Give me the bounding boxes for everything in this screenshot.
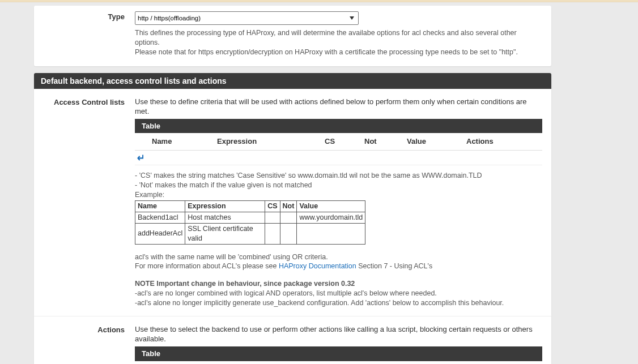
type-help-line1: This defines the processing type of HAPr… (135, 28, 542, 48)
acl-not-note: - 'Not' makes the match if the value giv… (135, 181, 542, 190)
acl-change-note-l2: -acl's alone no longer implicitly genera… (135, 298, 542, 308)
acl-col-name: Name (152, 136, 217, 147)
acl-table-col-headers: Name Expression CS Not Value Actions (135, 133, 542, 151)
acl-change-note-l1: -acl's are no longer combined with logic… (135, 289, 542, 298)
acl-change-note-heading: NOTE Important change in behaviour, sinc… (135, 279, 542, 289)
acl-combine-note: acl's with the same name will be 'combin… (135, 252, 542, 262)
acl-col-cs: CS (325, 136, 364, 147)
acl-label: Access Control lists (34, 97, 135, 308)
actions-intro: Use these to select the backend to use o… (135, 324, 542, 344)
acl-moreinfo: For more information about ACL's please … (135, 262, 542, 271)
section-header-default-backend: Default backend, access control lists an… (34, 73, 551, 89)
type-help-line2: Please note that for https encryption/de… (135, 48, 542, 57)
acl-example-table: Name Expression CS Not Value Backend1acl… (135, 200, 365, 245)
actions-table-title: Table (135, 346, 542, 361)
type-select[interactable]: http / https(offloading) (135, 11, 359, 25)
acl-col-expr: Expression (217, 136, 325, 147)
acl-col-value: Value (407, 136, 466, 147)
acl-cs-note: - 'CS' makes the string matches 'Case Se… (135, 171, 542, 181)
actions-label: Actions (34, 324, 135, 364)
haproxy-doc-link[interactable]: HAProxy Documentation (279, 262, 356, 270)
acl-table-title: Table (135, 119, 542, 134)
acl-example-label: Example: (135, 190, 542, 200)
table-row: addHeaderAcl SSL Client certificate vali… (135, 223, 365, 244)
actions-table-col-headers: Action Parameters Condition acl names Ac… (135, 361, 542, 364)
add-acl-icon[interactable]: ↵ (137, 151, 144, 165)
type-label: Type (34, 11, 135, 57)
acl-intro: Use these to define criteria that will b… (135, 97, 542, 117)
table-row: Backend1acl Host matches www.yourdomain.… (135, 212, 365, 223)
acl-col-not: Not (364, 136, 407, 147)
acl-col-actions: Actions (466, 136, 506, 147)
